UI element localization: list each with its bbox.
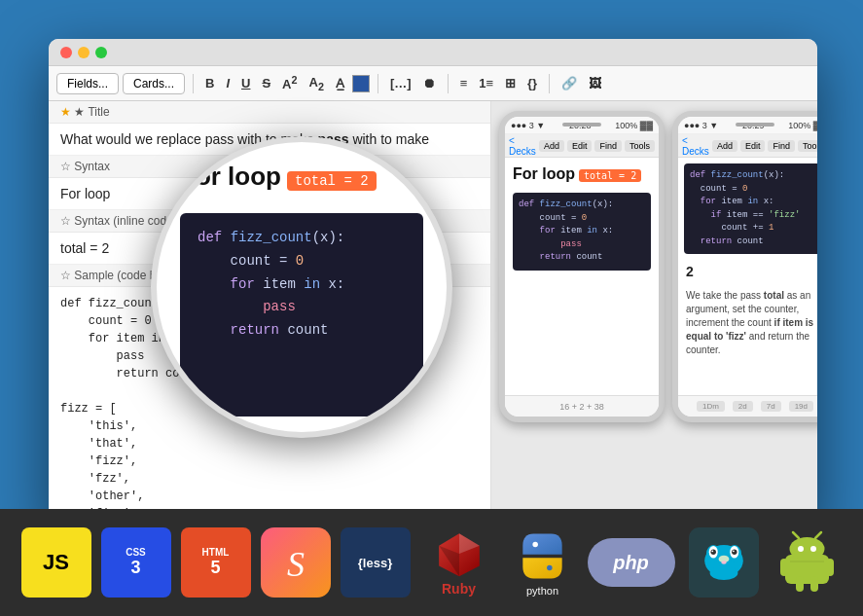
titlebar [49, 39, 817, 66]
phone1-code-block: def fizz_count(x): count = 0 for item in… [513, 193, 651, 271]
svg-point-15 [711, 550, 713, 552]
svg-point-16 [733, 550, 735, 552]
lang-swift[interactable]: S [261, 527, 331, 598]
ellipsis-icon[interactable]: […] [386, 74, 415, 92]
code-icon[interactable]: {} [523, 74, 541, 92]
magnify-content: For loop total = 2 def fizz_count(x): co… [157, 142, 447, 432]
magnify-code-block: def fizz_count(x): count = 0 for item in… [180, 213, 423, 417]
phone1-footer: 16 + 2 + 38 [505, 395, 659, 417]
bold-icon[interactable]: B [201, 74, 218, 92]
phone-1: ●●● 3 ▼ 20:28 100% ▓▓ < Decks Add Edit F… [499, 111, 665, 422]
table-icon[interactable]: ⊞ [501, 74, 520, 92]
phone2-status-right: 100% ▓▓ [788, 121, 817, 130]
svg-rect-23 [796, 576, 804, 592]
underline2-icon[interactable]: A̲ [332, 74, 348, 92]
phone2-btn-2d[interactable]: 2d [733, 401, 753, 412]
italic-icon[interactable]: I [222, 74, 234, 92]
title-label: ★ ★ Title [49, 101, 490, 124]
strikethrough-icon[interactable]: S [258, 74, 274, 92]
magnify-overlay: For loop total = 2 def fizz_count(x): co… [151, 136, 452, 438]
phone2-status-left: ●●● 3 ▼ [684, 121, 718, 130]
language-bar: JS CSS 3 HTML 5 S {less} [0, 509, 863, 616]
svg-point-27 [810, 546, 816, 552]
phone2-answer-num: 2 [678, 260, 817, 283]
svg-point-13 [710, 550, 715, 555]
phone1-status: ●●● 3 ▼ 20:28 100% ▓▓ [505, 117, 659, 134]
minimize-button[interactable] [78, 47, 90, 58]
phone1-status-right: 100% ▓▓ [615, 121, 653, 130]
lang-python-label: python [526, 585, 558, 597]
svg-point-26 [798, 546, 804, 552]
maximize-button[interactable] [95, 47, 107, 58]
phone2-code: def fizz_count(x): count = 0 for item in… [690, 169, 817, 248]
phone2-answer: We take the pass total as an argument, s… [678, 283, 817, 363]
phone2-back[interactable]: < Decks [682, 135, 709, 157]
fields-button[interactable]: Fields... [56, 73, 119, 94]
svg-point-5 [532, 541, 538, 547]
svg-point-6 [547, 564, 553, 570]
phone2-find[interactable]: Find [768, 140, 795, 152]
title-field-label: ★ Title [74, 105, 109, 119]
lang-css3[interactable]: CSS 3 [101, 527, 171, 598]
phone1-back[interactable]: < Decks [509, 135, 536, 157]
phones-area: ●●● 3 ▼ 20:28 100% ▓▓ < Decks Add Edit F… [491, 101, 817, 525]
svg-point-19 [721, 561, 726, 564]
phone1-card-badge: total = 2 [579, 169, 641, 182]
title-suffix: with to make [352, 131, 429, 147]
toolbar-separator3 [448, 74, 449, 93]
phone2-btn-7d[interactable]: 7d [761, 401, 781, 412]
phone2-status: ●●● 3 ▼ 20:29 100% ▓▓ [678, 117, 817, 134]
phone1-card: For loop total = 2 def fizz_count(x): co… [505, 158, 659, 278]
close-button[interactable] [60, 47, 72, 58]
cards-button[interactable]: Cards... [123, 73, 185, 94]
toolbar-separator4 [549, 74, 550, 93]
phone1-add[interactable]: Add [539, 140, 564, 152]
phone2-footer: 1Dm 2d 7d 19d [678, 395, 817, 417]
phone1-edit[interactable]: Edit [567, 140, 593, 152]
svg-line-29 [815, 532, 821, 538]
list-icon[interactable]: ≡ [456, 74, 472, 92]
svg-rect-21 [780, 559, 788, 576]
lang-js[interactable]: JS [21, 527, 91, 598]
image-icon[interactable]: 🖼 [585, 74, 605, 92]
phone2-tools[interactable]: Tools [798, 140, 817, 152]
svg-line-28 [793, 532, 799, 538]
phone2-code-block: def fizz_count(x): count = 0 for item in… [684, 163, 817, 254]
traffic-lights [60, 47, 107, 58]
lang-ruby-label: Ruby [442, 581, 476, 597]
magnify-badge: total = 2 [287, 171, 377, 191]
svg-rect-22 [826, 559, 834, 576]
phone1-footer-text: 16 + 2 + 38 [559, 402, 604, 412]
lang-php-label: php [613, 552, 649, 574]
phone1-find[interactable]: Find [594, 140, 622, 152]
lang-python[interactable]: python [508, 524, 578, 601]
superscript-icon[interactable]: A2 [278, 72, 301, 93]
phone1-status-left: ●●● 3 ▼ [511, 121, 545, 130]
lang-php[interactable]: php [588, 538, 675, 587]
svg-point-14 [732, 550, 737, 555]
phone2-nav: < Decks Add Edit Find Tools [678, 134, 817, 158]
color-picker[interactable] [352, 75, 370, 92]
phone1-code: def fizz_count(x): count = 0 for item in… [519, 199, 645, 265]
phone2-edit[interactable]: Edit [740, 140, 766, 152]
phone2-add[interactable]: Add [712, 140, 737, 152]
phone1-tools[interactable]: Tools [625, 140, 655, 152]
svg-point-17 [709, 566, 737, 580]
svg-text:S: S [287, 545, 305, 584]
phone2-btn-19d[interactable]: 19d [789, 401, 813, 412]
lang-less[interactable]: {less} [341, 527, 411, 598]
phone2-status-center: 20:29 [742, 121, 765, 130]
phone1-card-title: For loop [513, 165, 575, 183]
record-icon[interactable]: ⏺ [419, 74, 440, 92]
lang-html5[interactable]: HTML 5 [181, 527, 251, 598]
link-icon[interactable]: 🔗 [557, 74, 581, 92]
phone2-btn-1dm[interactable]: 1Dm [697, 401, 725, 412]
subscript-icon[interactable]: A2 [306, 73, 328, 94]
underline-icon[interactable]: U [237, 74, 254, 92]
lang-android[interactable] [773, 527, 843, 598]
toolbar-separator2 [378, 74, 378, 93]
magnify-code: def fizz_count(x): count = 0 for item in… [198, 227, 406, 343]
ordered-list-icon[interactable]: 1≡ [475, 74, 497, 92]
lang-ruby[interactable]: Ruby [420, 524, 498, 601]
lang-go[interactable] [685, 527, 763, 598]
